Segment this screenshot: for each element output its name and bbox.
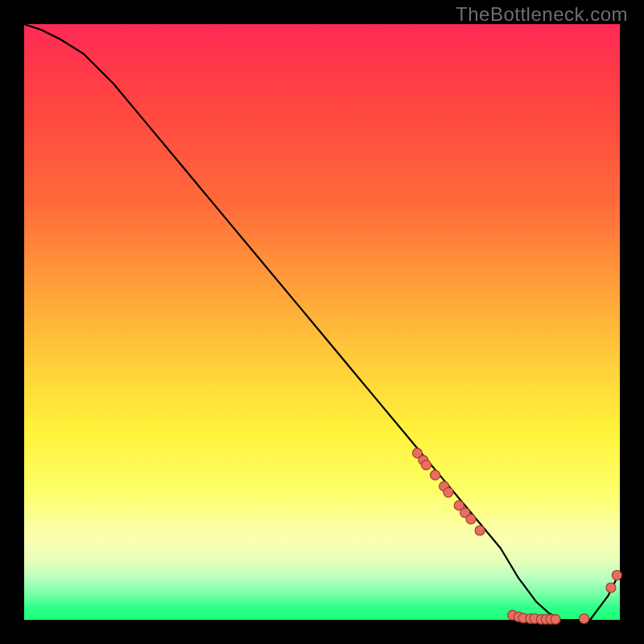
chart-svg: [24, 24, 620, 620]
data-point: [551, 614, 560, 624]
data-point: [580, 614, 589, 624]
data-point: [444, 488, 453, 497]
data-point: [606, 583, 616, 592]
watermark-text: TheBottleneck.com: [456, 3, 628, 26]
data-point: [466, 514, 476, 524]
scatter-points: [412, 448, 621, 625]
plot-area: [24, 24, 620, 620]
data-point: [431, 470, 440, 480]
data-point: [612, 571, 621, 580]
data-point: [475, 526, 485, 535]
chart-frame: TheBottleneck.com: [0, 0, 644, 644]
data-point: [422, 460, 431, 470]
curve-line: [24, 24, 620, 620]
